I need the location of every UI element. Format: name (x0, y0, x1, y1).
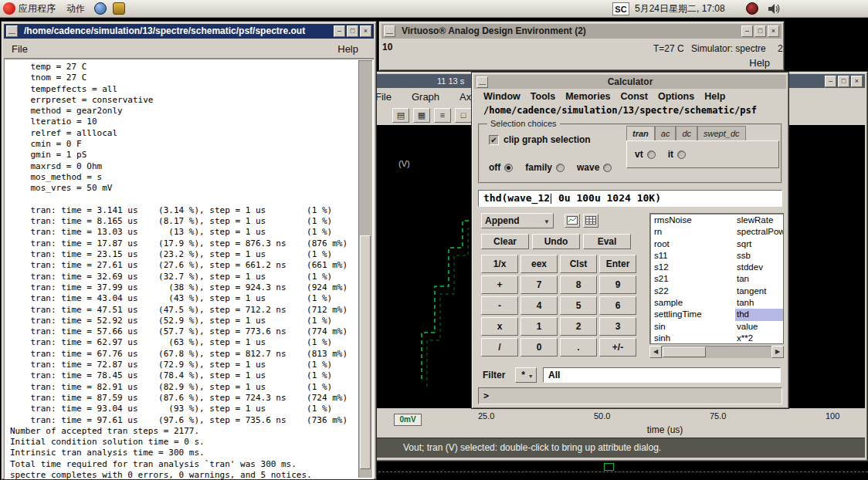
menu-item[interactable]: Const (621, 89, 648, 105)
function-item[interactable]: s21 (653, 273, 733, 285)
applications-menu[interactable]: 应用程序 (19, 0, 56, 17)
function-item[interactable]: value (735, 321, 784, 333)
filter-category-select[interactable]: All (543, 367, 781, 383)
function-item[interactable]: thd (735, 309, 784, 320)
keypad-key[interactable]: 7 (520, 275, 558, 294)
keypad-key[interactable]: eex (520, 255, 558, 273)
close-button[interactable] (360, 25, 371, 37)
action-button[interactable]: Clear (481, 234, 529, 249)
function-item[interactable]: settlingTime (653, 309, 733, 320)
keypad-key[interactable]: Clst (560, 255, 597, 273)
keypad-key[interactable]: x (481, 317, 518, 336)
keypad-key[interactable]: 2 (560, 317, 597, 336)
menu-item[interactable]: Tools (531, 89, 555, 105)
function-item[interactable]: tangent (735, 286, 784, 297)
keypad-key[interactable]: + (481, 275, 518, 294)
minimize-button[interactable] (741, 25, 753, 37)
radio-off[interactable]: off (489, 162, 513, 173)
radio-icon[interactable] (647, 150, 656, 159)
table-icon-button[interactable] (583, 214, 598, 228)
checkbox-icon[interactable] (489, 135, 499, 145)
analysis-tab[interactable]: ac (655, 126, 676, 140)
radio-wave[interactable]: wave (577, 162, 612, 173)
keypad-key[interactable]: 1 (520, 317, 558, 336)
keypad-key[interactable]: . (560, 338, 597, 357)
keypad-key[interactable]: 8 (560, 275, 597, 294)
radio-vt[interactable]: vt (635, 149, 656, 160)
keypad-key[interactable]: 6 (599, 296, 636, 315)
clip-graph-selection-option[interactable]: clip graph selection (489, 134, 591, 145)
scrollbar-thumb[interactable] (360, 235, 371, 469)
menu-item[interactable]: Graph (412, 88, 439, 106)
menu-item[interactable]: Window (483, 89, 520, 105)
notification-icon[interactable] (746, 2, 758, 15)
menu-item[interactable]: File (375, 88, 392, 106)
function-item[interactable]: ssb (735, 250, 784, 262)
clock[interactable]: 5月24日星期二, 17:08 (635, 0, 725, 17)
analysis-tab[interactable]: dc (676, 126, 697, 140)
print-icon[interactable] (392, 108, 409, 123)
keypad-key[interactable]: Enter (599, 255, 636, 273)
function-item[interactable]: sample (653, 297, 733, 309)
browser-launcher-icon[interactable] (94, 2, 107, 15)
actions-menu[interactable]: 动作 (66, 0, 85, 17)
radio-icon[interactable] (556, 164, 565, 172)
grid-icon[interactable] (413, 108, 430, 123)
function-item[interactable]: x**2 (735, 333, 784, 344)
close-button[interactable] (851, 76, 863, 87)
action-button[interactable]: Undo (532, 234, 580, 249)
function-item[interactable]: tan (735, 273, 784, 285)
expression-input[interactable]: thd(wave_12 0u 100u 1024 10K) (478, 190, 782, 207)
action-button[interactable]: Eval (583, 234, 631, 249)
scroll-right-icon[interactable] (771, 346, 784, 358)
maximize-button[interactable] (754, 25, 766, 37)
maximize-button[interactable] (347, 25, 358, 37)
keypad-key[interactable]: 9 (599, 275, 636, 294)
maximize-button[interactable] (838, 76, 849, 87)
menu-item[interactable]: Memories (565, 89, 610, 105)
analysis-tab[interactable]: tran (626, 126, 655, 140)
function-item[interactable]: s11 (653, 250, 733, 262)
function-item[interactable]: rmsNoise (653, 215, 733, 226)
analysis-tab[interactable]: swept_dc (697, 126, 745, 140)
terminal-titlebar[interactable]: /home/cadence/simulation/13/spectre/sche… (4, 24, 374, 39)
function-item[interactable]: tanh (735, 297, 784, 309)
function-item[interactable]: root (653, 238, 733, 250)
keypad-key[interactable]: +/- (599, 338, 636, 357)
ade-help-menu[interactable]: Help (749, 57, 770, 69)
function-item[interactable]: s12 (653, 262, 733, 273)
radio-it[interactable]: it (668, 149, 686, 160)
keypad-key[interactable]: - (481, 296, 518, 315)
function-item[interactable]: stddev (735, 262, 784, 273)
vertical-scrollbar[interactable] (358, 60, 372, 478)
console-prompt[interactable]: > (478, 387, 782, 404)
radio-family[interactable]: family (525, 162, 565, 173)
function-item[interactable]: s22 (653, 286, 733, 297)
radio-icon[interactable] (603, 164, 612, 172)
input-method-indicator[interactable]: SC (612, 2, 629, 15)
filter-pattern-dropdown[interactable]: * (515, 367, 537, 383)
scroll-left-icon[interactable] (649, 346, 662, 358)
function-list[interactable]: rmsNoisernroots11s12s21s22samplesettling… (649, 213, 784, 344)
keypad-key[interactable]: 5 (560, 296, 597, 315)
function-item[interactable]: spectralPower (735, 226, 784, 238)
function-item[interactable]: slewRate (735, 215, 784, 226)
distro-menu-icon[interactable] (3, 2, 15, 15)
append-dropdown[interactable]: Append (481, 213, 554, 228)
function-item[interactable]: sin (653, 321, 733, 333)
keypad-key[interactable]: 4 (520, 296, 558, 315)
window-menu-button[interactable] (384, 25, 395, 37)
window-icon[interactable] (455, 108, 472, 123)
close-button[interactable] (768, 25, 779, 37)
keypad-key[interactable]: 1/x (481, 255, 518, 273)
horizontal-scrollbar[interactable] (649, 346, 784, 358)
calculator-titlebar[interactable]: Calculator (474, 75, 786, 90)
radio-icon[interactable] (677, 150, 686, 159)
keypad-key[interactable]: 0 (520, 338, 558, 357)
function-item[interactable]: sqrt (735, 238, 784, 250)
function-item[interactable]: rn (653, 226, 733, 238)
minimize-button[interactable] (825, 76, 836, 87)
scrollbar-thumb[interactable] (663, 346, 706, 357)
window-menu-button[interactable] (6, 25, 18, 37)
keypad-key[interactable]: 3 (599, 317, 636, 336)
